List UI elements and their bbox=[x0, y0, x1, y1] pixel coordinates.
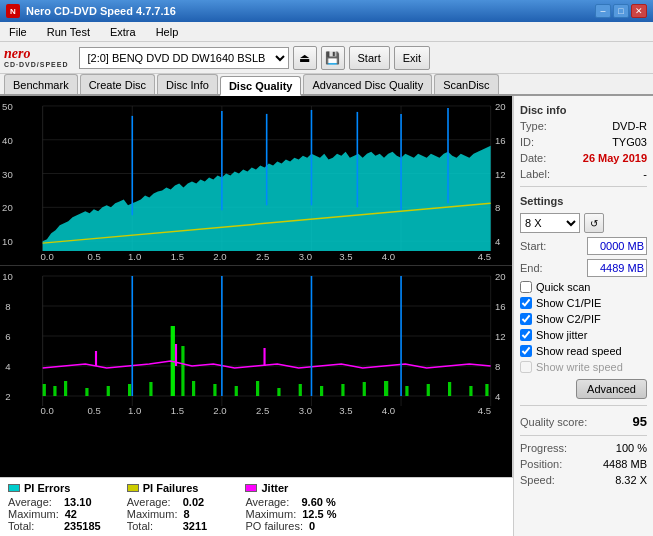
tab-scandisc[interactable]: ScanDisc bbox=[434, 74, 498, 94]
legend-pi-errors: PI Errors Average: 13.10 Maximum: 42 Tot… bbox=[8, 482, 115, 532]
quick-scan-row: Quick scan bbox=[520, 281, 647, 293]
drive-select[interactable]: [2:0] BENQ DVD DD DW1640 BSLB bbox=[79, 47, 289, 69]
progress-label: Progress: bbox=[520, 442, 567, 454]
title-bar-controls: – □ ✕ bbox=[595, 4, 647, 18]
svg-text:10: 10 bbox=[2, 237, 13, 247]
menu-extra[interactable]: Extra bbox=[105, 24, 141, 40]
svg-text:1.0: 1.0 bbox=[128, 406, 141, 416]
maximize-button[interactable]: □ bbox=[613, 4, 629, 18]
svg-text:3.5: 3.5 bbox=[339, 252, 352, 262]
svg-rect-73 bbox=[448, 382, 451, 396]
menu-file[interactable]: File bbox=[4, 24, 32, 40]
pi-failures-total-label: Total: bbox=[127, 520, 177, 532]
show-write-speed-checkbox[interactable] bbox=[520, 361, 532, 373]
tab-benchmark[interactable]: Benchmark bbox=[4, 74, 78, 94]
svg-text:4.5: 4.5 bbox=[478, 252, 491, 262]
divider-2 bbox=[520, 405, 647, 406]
show-read-speed-label: Show read speed bbox=[536, 345, 622, 357]
disc-type-value: DVD-R bbox=[612, 120, 647, 132]
speed-select[interactable]: 8 X Max 2 X 4 X 12 X 16 X bbox=[520, 213, 580, 233]
show-c2pif-checkbox[interactable] bbox=[520, 313, 532, 325]
pi-errors-avg-row: Average: 13.10 bbox=[8, 496, 115, 508]
svg-text:4: 4 bbox=[495, 237, 500, 247]
minimize-button[interactable]: – bbox=[595, 4, 611, 18]
svg-text:6: 6 bbox=[5, 332, 10, 342]
svg-text:2.0: 2.0 bbox=[213, 252, 226, 262]
disc-date-value: 26 May 2019 bbox=[583, 152, 647, 164]
position-row: Position: 4488 MB bbox=[520, 458, 647, 470]
svg-rect-70 bbox=[384, 381, 388, 396]
chart-bottom: 10 8 6 4 2 20 16 12 8 4 0.0 0.5 1.0 1.5 bbox=[0, 266, 512, 418]
disc-id-row: ID: TYG03 bbox=[520, 136, 647, 148]
start-mb-input[interactable] bbox=[587, 237, 647, 255]
svg-text:4.0: 4.0 bbox=[382, 406, 395, 416]
speed-row: Speed: 8.32 X bbox=[520, 474, 647, 486]
tab-create-disc[interactable]: Create Disc bbox=[80, 74, 155, 94]
start-button[interactable]: Start bbox=[349, 46, 390, 70]
pi-failures-max-value: 8 bbox=[183, 508, 233, 520]
disc-type-label: Type: bbox=[520, 120, 547, 132]
svg-text:2: 2 bbox=[5, 392, 10, 402]
quick-scan-checkbox[interactable] bbox=[520, 281, 532, 293]
svg-text:0.5: 0.5 bbox=[87, 252, 100, 262]
show-write-speed-label: Show write speed bbox=[536, 361, 623, 373]
pi-failures-color bbox=[127, 484, 139, 492]
eject-icon-btn[interactable]: ⏏ bbox=[293, 46, 317, 70]
pi-errors-color bbox=[8, 484, 20, 492]
exit-button[interactable]: Exit bbox=[394, 46, 430, 70]
show-jitter-checkbox[interactable] bbox=[520, 329, 532, 341]
menu-help[interactable]: Help bbox=[151, 24, 184, 40]
svg-text:8: 8 bbox=[495, 204, 500, 214]
svg-rect-54 bbox=[64, 381, 67, 396]
svg-text:1.0: 1.0 bbox=[128, 252, 141, 262]
svg-text:2.0: 2.0 bbox=[213, 406, 226, 416]
tab-disc-info[interactable]: Disc Info bbox=[157, 74, 218, 94]
end-mb-label: End: bbox=[520, 262, 543, 274]
svg-text:2.5: 2.5 bbox=[256, 406, 269, 416]
jitter-max-row: Maximum: 12.5 % bbox=[245, 508, 358, 520]
svg-text:40: 40 bbox=[2, 136, 13, 146]
svg-rect-60 bbox=[181, 346, 184, 396]
pi-errors-total-row: Total: 235185 bbox=[8, 520, 115, 532]
svg-text:12: 12 bbox=[495, 332, 506, 342]
svg-text:4.0: 4.0 bbox=[382, 252, 395, 262]
show-read-speed-checkbox[interactable] bbox=[520, 345, 532, 357]
settings-refresh-btn[interactable]: ↺ bbox=[584, 213, 604, 233]
svg-rect-55 bbox=[85, 388, 88, 396]
tab-disc-quality[interactable]: Disc Quality bbox=[220, 76, 302, 96]
pi-errors-max-value: 42 bbox=[65, 508, 115, 520]
save-icon-btn[interactable]: 💾 bbox=[321, 46, 345, 70]
side-panel: Disc info Type: DVD-R ID: TYG03 Date: 26… bbox=[513, 96, 653, 536]
disc-label-value: - bbox=[643, 168, 647, 180]
svg-text:12: 12 bbox=[495, 170, 506, 180]
quality-score-label: Quality score: bbox=[520, 416, 587, 428]
svg-text:4.5: 4.5 bbox=[478, 406, 491, 416]
end-mb-input[interactable] bbox=[587, 259, 647, 277]
chart-bottom-svg: 10 8 6 4 2 20 16 12 8 4 0.0 0.5 1.0 1.5 bbox=[0, 266, 512, 418]
advanced-button[interactable]: Advanced bbox=[576, 379, 647, 399]
menu-run-test[interactable]: Run Test bbox=[42, 24, 95, 40]
show-c1pie-checkbox[interactable] bbox=[520, 297, 532, 309]
show-c1pie-row: Show C1/PIE bbox=[520, 297, 647, 309]
pi-failures-avg-row: Average: 0.02 bbox=[127, 496, 234, 508]
jitter-po-row: PO failures: 0 bbox=[245, 520, 358, 532]
close-button[interactable]: ✕ bbox=[631, 4, 647, 18]
legend-area: PI Errors Average: 13.10 Maximum: 42 Tot… bbox=[0, 477, 513, 536]
main-content: 50 40 30 20 10 20 16 12 8 4 0.0 0.5 1.0 … bbox=[0, 96, 653, 536]
nero-logo: nero bbox=[4, 47, 69, 61]
progress-row: Progress: 100 % bbox=[520, 442, 647, 454]
settings-title: Settings bbox=[520, 195, 647, 207]
menu-bar: File Run Test Extra Help bbox=[0, 22, 653, 42]
disc-id-value: TYG03 bbox=[612, 136, 647, 148]
tab-advanced-disc-quality[interactable]: Advanced Disc Quality bbox=[303, 74, 432, 94]
tabs-bar: Benchmark Create Disc Disc Info Disc Qua… bbox=[0, 74, 653, 96]
jitter-po-label: PO failures: bbox=[245, 520, 302, 532]
disc-info-title: Disc info bbox=[520, 104, 647, 116]
svg-rect-52 bbox=[43, 384, 46, 396]
svg-text:10: 10 bbox=[2, 272, 13, 282]
legend-jitter-header: Jitter bbox=[245, 482, 358, 494]
jitter-color bbox=[245, 484, 257, 492]
chart-area: 50 40 30 20 10 20 16 12 8 4 0.0 0.5 1.0 … bbox=[0, 96, 513, 477]
show-write-speed-row: Show write speed bbox=[520, 361, 647, 373]
svg-rect-74 bbox=[469, 386, 472, 396]
